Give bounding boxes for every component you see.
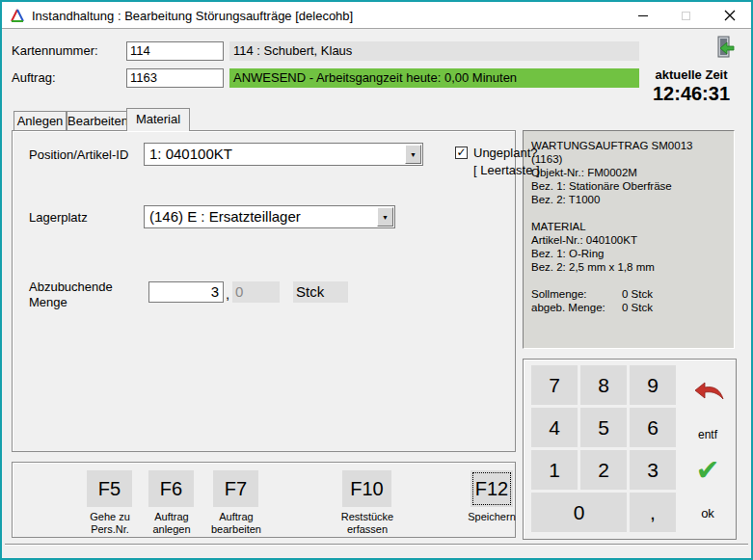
key-1[interactable]: 1 [531, 450, 578, 490]
chevron-down-icon[interactable] [405, 145, 421, 164]
position-label: Position/Artikel-ID [29, 146, 128, 165]
ungeplant-label: Ungeplant? [473, 144, 538, 163]
key-comma[interactable]: , [630, 493, 676, 532]
lagerplatz-combobox[interactable]: (146) E : Ersatzteillager [144, 205, 395, 228]
f7-button[interactable]: F7 [213, 470, 258, 507]
f12-label: Speichern [461, 511, 523, 523]
exit-door-icon[interactable] [711, 35, 736, 60]
sollmenge-label: Sollmenge: [531, 287, 622, 301]
key-0[interactable]: 0 [531, 493, 627, 532]
tab-anlegen[interactable]: Anlegen [13, 111, 67, 130]
key-6[interactable]: 6 [630, 408, 676, 447]
abgeb-menge-value: 0 Stck [622, 301, 653, 314]
f7-label: Auftrag bearbeiten [199, 511, 274, 536]
info-line: Bez. 1: Stationäre Oberfräse [531, 179, 726, 193]
red-undo-arrow-icon[interactable] [693, 381, 724, 402]
entf-label: entf [681, 428, 735, 441]
menge-decimal-display: 0 [232, 281, 280, 303]
clock-label: aktuelle Zeit [638, 67, 744, 82]
menge-input[interactable]: 3 [148, 281, 224, 303]
maximize-icon [682, 12, 690, 20]
order-info-panel: WARTUNGSAUFTRAG SM0013 (1163) Objekt-Nr.… [523, 130, 735, 349]
key-9[interactable]: 9 [630, 365, 676, 405]
key-2[interactable]: 2 [580, 450, 627, 490]
auftrag-input[interactable]: 1163 [126, 68, 224, 88]
ok-label: ok [681, 506, 735, 520]
green-check-icon[interactable] [681, 456, 735, 485]
leertaste-hint: [ Leertaste ] [473, 161, 540, 180]
function-key-panel: F5 Gehe zu Pers.Nr. F6 Auftrag anlegen F… [12, 462, 516, 538]
window-title: Instandhaltung : Bearbeitung Störungsauf… [32, 9, 353, 23]
position-combobox-value: 1: 040100KT [149, 144, 403, 165]
abgeb-menge-label: abgeb. Menge: [531, 301, 622, 314]
minimize-button[interactable] [621, 2, 664, 29]
sollmenge-row: Sollmenge: 0 Stck [531, 287, 726, 301]
position-combobox[interactable]: 1: 040100KT [144, 143, 423, 166]
clock-time: 12:46:31 [638, 83, 744, 105]
key-8[interactable]: 8 [580, 365, 627, 405]
auftrag-label: Auftrag: [12, 68, 56, 88]
bottom-divider [5, 544, 748, 546]
title-bar: Instandhaltung : Bearbeitung Störungsauf… [2, 2, 751, 29]
key-5[interactable]: 5 [580, 408, 627, 447]
sollmenge-value: 0 Stck [622, 287, 653, 301]
key-7[interactable]: 7 [531, 365, 578, 405]
lagerplatz-label: Lagerplatz [29, 208, 88, 227]
key-4[interactable]: 4 [531, 408, 578, 447]
f5-button[interactable]: F5 [87, 470, 132, 507]
menge-label-line2: Menge [29, 293, 67, 312]
triangle-logo-icon [10, 8, 25, 23]
tab-bearbeiten[interactable]: Bearbeiten [67, 111, 127, 130]
app-window: Instandhaltung : Bearbeitung Störungsauf… [0, 0, 753, 560]
ungeplant-checkbox[interactable] [455, 147, 468, 159]
key-3[interactable]: 3 [630, 450, 676, 490]
close-icon [724, 10, 736, 21]
f10-label: Reststücke erfassen [331, 511, 404, 536]
chevron-down-icon[interactable] [377, 207, 393, 227]
info-line: Bez. 2: 2,5 mm x 1,8 mm [531, 260, 726, 274]
keypad-side-column: entf ok [681, 360, 735, 539]
keypad-grid: 7 8 9 4 5 6 1 2 3 0 , [531, 365, 676, 532]
maximize-button [664, 2, 708, 29]
kartennummer-label: Kartennummer: [12, 41, 98, 61]
menge-unit-display: Stck [293, 281, 348, 303]
kartennummer-input[interactable]: 114 [126, 41, 224, 61]
lagerplatz-combobox-value: (146) E : Ersatzteillager [149, 206, 375, 227]
info-line: Artikel-Nr.: 040100KT [531, 233, 726, 247]
minimize-icon [638, 15, 648, 16]
info-line: MATERIAL [531, 220, 726, 233]
info-line: Bez. 1: O-Ring [531, 247, 726, 260]
tab-material[interactable]: Material [126, 108, 190, 131]
info-line: WARTUNGSAUFTRAG SM0013 (1163) [531, 139, 726, 166]
decimal-separator: , [226, 284, 229, 304]
kartennummer-display: 114 : Schubert, Klaus [229, 41, 639, 61]
f10-button[interactable]: F10 [342, 470, 391, 507]
numeric-keypad: 7 8 9 4 5 6 1 2 3 0 , entf ok [523, 359, 737, 540]
auftrag-status-badge: ANWESEND - Arbeitsgangzeit heute: 0,00 M… [229, 68, 639, 88]
close-button[interactable] [708, 2, 751, 29]
f6-button[interactable]: F6 [148, 470, 194, 507]
f12-button[interactable]: F12 [471, 470, 513, 507]
info-line: Objekt-Nr.: FM0002M [531, 166, 726, 179]
abgeb-menge-row: abgeb. Menge: 0 Stck [531, 301, 726, 314]
info-line: Bez. 2: T1000 [531, 193, 726, 206]
